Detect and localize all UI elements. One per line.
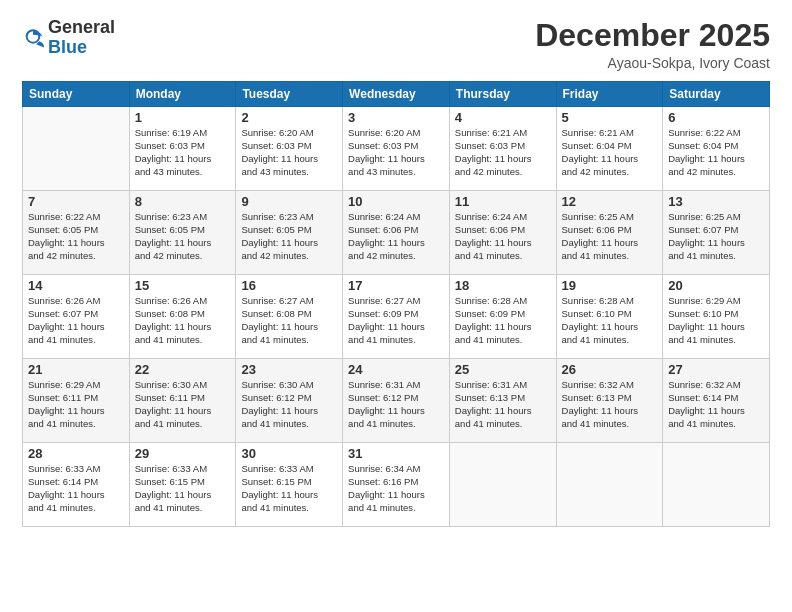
- day-info: Sunrise: 6:22 AM Sunset: 6:04 PM Dayligh…: [668, 127, 764, 178]
- calendar-header-wednesday: Wednesday: [343, 82, 450, 107]
- month-title: December 2025: [535, 18, 770, 53]
- calendar-header-friday: Friday: [556, 82, 663, 107]
- calendar-cell: 13Sunrise: 6:25 AM Sunset: 6:07 PM Dayli…: [663, 191, 770, 275]
- calendar-cell: 5Sunrise: 6:21 AM Sunset: 6:04 PM Daylig…: [556, 107, 663, 191]
- day-number: 5: [562, 110, 658, 125]
- day-info: Sunrise: 6:21 AM Sunset: 6:03 PM Dayligh…: [455, 127, 551, 178]
- calendar-table: SundayMondayTuesdayWednesdayThursdayFrid…: [22, 81, 770, 527]
- day-number: 1: [135, 110, 231, 125]
- calendar-header-saturday: Saturday: [663, 82, 770, 107]
- day-info: Sunrise: 6:32 AM Sunset: 6:14 PM Dayligh…: [668, 379, 764, 430]
- day-info: Sunrise: 6:24 AM Sunset: 6:06 PM Dayligh…: [455, 211, 551, 262]
- day-info: Sunrise: 6:25 AM Sunset: 6:06 PM Dayligh…: [562, 211, 658, 262]
- calendar-cell: 14Sunrise: 6:26 AM Sunset: 6:07 PM Dayli…: [23, 275, 130, 359]
- day-number: 26: [562, 362, 658, 377]
- header: General Blue December 2025 Ayaou-Sokpa, …: [22, 18, 770, 71]
- day-info: Sunrise: 6:23 AM Sunset: 6:05 PM Dayligh…: [135, 211, 231, 262]
- day-number: 25: [455, 362, 551, 377]
- calendar-cell: 29Sunrise: 6:33 AM Sunset: 6:15 PM Dayli…: [129, 443, 236, 527]
- day-number: 20: [668, 278, 764, 293]
- day-number: 12: [562, 194, 658, 209]
- calendar-week-row: 14Sunrise: 6:26 AM Sunset: 6:07 PM Dayli…: [23, 275, 770, 359]
- day-info: Sunrise: 6:31 AM Sunset: 6:13 PM Dayligh…: [455, 379, 551, 430]
- calendar-week-row: 7Sunrise: 6:22 AM Sunset: 6:05 PM Daylig…: [23, 191, 770, 275]
- day-info: Sunrise: 6:27 AM Sunset: 6:09 PM Dayligh…: [348, 295, 444, 346]
- day-info: Sunrise: 6:28 AM Sunset: 6:09 PM Dayligh…: [455, 295, 551, 346]
- calendar-cell: [23, 107, 130, 191]
- calendar-week-row: 1Sunrise: 6:19 AM Sunset: 6:03 PM Daylig…: [23, 107, 770, 191]
- calendar-cell: [556, 443, 663, 527]
- calendar-cell: 15Sunrise: 6:26 AM Sunset: 6:08 PM Dayli…: [129, 275, 236, 359]
- day-number: 4: [455, 110, 551, 125]
- calendar-cell: 3Sunrise: 6:20 AM Sunset: 6:03 PM Daylig…: [343, 107, 450, 191]
- calendar-header-tuesday: Tuesday: [236, 82, 343, 107]
- calendar-header-thursday: Thursday: [449, 82, 556, 107]
- day-number: 21: [28, 362, 124, 377]
- day-number: 10: [348, 194, 444, 209]
- calendar-cell: 26Sunrise: 6:32 AM Sunset: 6:13 PM Dayli…: [556, 359, 663, 443]
- day-info: Sunrise: 6:29 AM Sunset: 6:10 PM Dayligh…: [668, 295, 764, 346]
- day-info: Sunrise: 6:33 AM Sunset: 6:14 PM Dayligh…: [28, 463, 124, 514]
- calendar-week-row: 21Sunrise: 6:29 AM Sunset: 6:11 PM Dayli…: [23, 359, 770, 443]
- day-info: Sunrise: 6:23 AM Sunset: 6:05 PM Dayligh…: [241, 211, 337, 262]
- calendar-header-monday: Monday: [129, 82, 236, 107]
- calendar-header-row: SundayMondayTuesdayWednesdayThursdayFrid…: [23, 82, 770, 107]
- calendar-cell: [449, 443, 556, 527]
- calendar-cell: 11Sunrise: 6:24 AM Sunset: 6:06 PM Dayli…: [449, 191, 556, 275]
- day-number: 28: [28, 446, 124, 461]
- day-info: Sunrise: 6:32 AM Sunset: 6:13 PM Dayligh…: [562, 379, 658, 430]
- calendar-cell: 17Sunrise: 6:27 AM Sunset: 6:09 PM Dayli…: [343, 275, 450, 359]
- day-number: 18: [455, 278, 551, 293]
- calendar-cell: 27Sunrise: 6:32 AM Sunset: 6:14 PM Dayli…: [663, 359, 770, 443]
- day-info: Sunrise: 6:19 AM Sunset: 6:03 PM Dayligh…: [135, 127, 231, 178]
- day-info: Sunrise: 6:31 AM Sunset: 6:12 PM Dayligh…: [348, 379, 444, 430]
- logo: General Blue: [22, 18, 115, 58]
- day-info: Sunrise: 6:28 AM Sunset: 6:10 PM Dayligh…: [562, 295, 658, 346]
- logo-icon: [22, 27, 44, 49]
- calendar-cell: 31Sunrise: 6:34 AM Sunset: 6:16 PM Dayli…: [343, 443, 450, 527]
- day-number: 2: [241, 110, 337, 125]
- calendar-header-sunday: Sunday: [23, 82, 130, 107]
- day-number: 9: [241, 194, 337, 209]
- day-info: Sunrise: 6:20 AM Sunset: 6:03 PM Dayligh…: [241, 127, 337, 178]
- day-number: 7: [28, 194, 124, 209]
- day-info: Sunrise: 6:21 AM Sunset: 6:04 PM Dayligh…: [562, 127, 658, 178]
- calendar-cell: 24Sunrise: 6:31 AM Sunset: 6:12 PM Dayli…: [343, 359, 450, 443]
- calendar-cell: 18Sunrise: 6:28 AM Sunset: 6:09 PM Dayli…: [449, 275, 556, 359]
- calendar-cell: 8Sunrise: 6:23 AM Sunset: 6:05 PM Daylig…: [129, 191, 236, 275]
- day-info: Sunrise: 6:30 AM Sunset: 6:12 PM Dayligh…: [241, 379, 337, 430]
- calendar-cell: [663, 443, 770, 527]
- calendar-cell: 16Sunrise: 6:27 AM Sunset: 6:08 PM Dayli…: [236, 275, 343, 359]
- day-number: 23: [241, 362, 337, 377]
- calendar-cell: 19Sunrise: 6:28 AM Sunset: 6:10 PM Dayli…: [556, 275, 663, 359]
- calendar-cell: 25Sunrise: 6:31 AM Sunset: 6:13 PM Dayli…: [449, 359, 556, 443]
- day-number: 30: [241, 446, 337, 461]
- day-info: Sunrise: 6:26 AM Sunset: 6:08 PM Dayligh…: [135, 295, 231, 346]
- logo-general: General: [48, 17, 115, 37]
- day-number: 13: [668, 194, 764, 209]
- day-number: 22: [135, 362, 231, 377]
- calendar-cell: 7Sunrise: 6:22 AM Sunset: 6:05 PM Daylig…: [23, 191, 130, 275]
- day-info: Sunrise: 6:33 AM Sunset: 6:15 PM Dayligh…: [241, 463, 337, 514]
- day-number: 3: [348, 110, 444, 125]
- calendar-cell: 22Sunrise: 6:30 AM Sunset: 6:11 PM Dayli…: [129, 359, 236, 443]
- calendar-cell: 20Sunrise: 6:29 AM Sunset: 6:10 PM Dayli…: [663, 275, 770, 359]
- calendar-cell: 1Sunrise: 6:19 AM Sunset: 6:03 PM Daylig…: [129, 107, 236, 191]
- title-block: December 2025 Ayaou-Sokpa, Ivory Coast: [535, 18, 770, 71]
- day-number: 8: [135, 194, 231, 209]
- calendar-cell: 30Sunrise: 6:33 AM Sunset: 6:15 PM Dayli…: [236, 443, 343, 527]
- calendar-cell: 10Sunrise: 6:24 AM Sunset: 6:06 PM Dayli…: [343, 191, 450, 275]
- day-number: 27: [668, 362, 764, 377]
- day-number: 24: [348, 362, 444, 377]
- day-number: 31: [348, 446, 444, 461]
- calendar-cell: 9Sunrise: 6:23 AM Sunset: 6:05 PM Daylig…: [236, 191, 343, 275]
- day-info: Sunrise: 6:34 AM Sunset: 6:16 PM Dayligh…: [348, 463, 444, 514]
- calendar-cell: 23Sunrise: 6:30 AM Sunset: 6:12 PM Dayli…: [236, 359, 343, 443]
- day-info: Sunrise: 6:26 AM Sunset: 6:07 PM Dayligh…: [28, 295, 124, 346]
- day-info: Sunrise: 6:24 AM Sunset: 6:06 PM Dayligh…: [348, 211, 444, 262]
- day-number: 16: [241, 278, 337, 293]
- calendar-cell: 28Sunrise: 6:33 AM Sunset: 6:14 PM Dayli…: [23, 443, 130, 527]
- logo-blue: Blue: [48, 37, 87, 57]
- day-number: 19: [562, 278, 658, 293]
- day-info: Sunrise: 6:22 AM Sunset: 6:05 PM Dayligh…: [28, 211, 124, 262]
